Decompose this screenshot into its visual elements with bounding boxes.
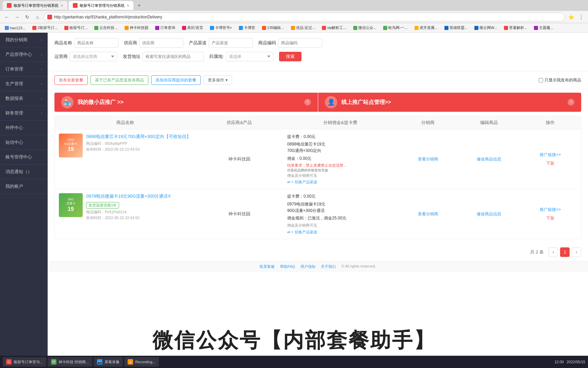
taskbar-item-recording[interactable]: ● Recording... (124, 357, 159, 367)
tab-close-2[interactable]: ✕ (127, 4, 129, 7)
sidebar-item-production-management[interactable]: 生产管理 › (0, 77, 48, 91)
sidebar-item-product-management[interactable]: 产品管理中心 › (0, 47, 48, 62)
bookmark-favicon (94, 26, 98, 30)
bookmark-kabo2[interactable]: 卡博世 (236, 24, 258, 32)
url-box[interactable]: http://gantanhao.vip/91haoka_platform/#/… (44, 13, 565, 21)
bookmark-weiyun[interactable]: 微云网W... (472, 24, 500, 32)
refresh-button[interactable]: ↻ (23, 13, 31, 21)
channel-input[interactable] (209, 38, 253, 48)
bookmark-favicon (291, 26, 295, 30)
bookmark-huya[interactable]: 虎牙直播... (412, 24, 440, 32)
prev-page-button[interactable]: ‹ (549, 247, 558, 257)
tab-bar: 敢探号订单管理与分销系统 ✕ 敢探号订单管理与分销系统 ✕ + (0, 0, 588, 11)
commission-lines-1: 0898电信量芯卡19元 70G通用+30G定向 (287, 141, 325, 154)
operator-select[interactable]: 请选择运营商 (70, 52, 117, 61)
sidebar-item-outbound[interactable]: 外呼中心 (0, 121, 48, 135)
code-input[interactable] (278, 38, 322, 48)
takedown-link-1[interactable]: 下架 (546, 160, 554, 166)
tab-inactive[interactable]: 敢探号订单管理与分销系统 ✕ (3, 1, 67, 10)
bookmark-yunjike[interactable]: 云吉科技... (92, 24, 120, 32)
sidebar-item-data-report[interactable]: 数据报表 › (0, 91, 48, 106)
menu-button[interactable]: ⋮ (577, 13, 585, 21)
takedown-link-2[interactable]: 下架 (546, 215, 554, 221)
edit-product-link-2[interactable]: 修改商品信息 (477, 211, 501, 217)
new-tab-button[interactable]: + (135, 1, 144, 10)
bookmark-weixin[interactable]: 微信公众... (350, 24, 379, 32)
bookmark-hao123[interactable]: hao123... (2, 24, 28, 32)
supplier-input[interactable] (139, 38, 183, 48)
sidebar-item-order-management[interactable]: 订单管理 › (0, 62, 48, 77)
commission-link-1[interactable]: ⇌ = 切换产品渠道 (287, 180, 317, 185)
show-my-products-checkbox-label[interactable]: 只显示我发布的商品 (539, 77, 581, 83)
sidebar-item-my-distribution[interactable]: 我的分销商 › (0, 33, 48, 47)
forward-button[interactable]: → (13, 13, 21, 21)
add-supplier-package-button[interactable]: 添加供应商提供的套餐 (151, 75, 201, 85)
tab-label-2: 敢探号订单管理与分销系统 (80, 3, 125, 8)
home-button[interactable]: ⌂ (33, 13, 42, 21)
taskbar-item-shenjike[interactable]: 神 神卡科技 经销商... (48, 357, 92, 367)
footer-about[interactable]: 关于我们 (321, 264, 336, 269)
bookmark-favicon (262, 26, 266, 30)
tab-close-1[interactable]: ✕ (61, 4, 63, 7)
bookmark-waniao[interactable]: 蛙鸟网-一... (380, 24, 410, 32)
promo-right-help-button[interactable]: ? (568, 99, 574, 106)
bookmark-135[interactable]: 135编辑... (259, 24, 287, 32)
commission-link-2[interactable]: ⇌ = 切换产品渠道 (287, 230, 317, 235)
bookmarks-bar: hao123... 2敢探号订... 敢探号订... 云吉科技... 神卡科技园… (0, 23, 588, 33)
publish-based-existing-button[interactable]: 基于已有产品里道发布商品 (91, 75, 148, 85)
show-my-products-checkbox[interactable] (539, 78, 543, 82)
bookmark-kabo1[interactable]: 卡博世号+ (207, 24, 235, 32)
bookmark-label: 优品-近过... (296, 25, 315, 30)
page-1-button[interactable]: 1 (560, 247, 570, 257)
sidebar-item-sms[interactable]: 短信中心 (0, 135, 48, 150)
bookmark-2gantanhao[interactable]: 2敢探号订... (30, 24, 60, 32)
bookmark-gantanhao[interactable]: 敢探号订... (62, 24, 90, 32)
bookmark-shenkajike[interactable]: 神卡科技园 (122, 24, 151, 32)
bookmark-label: hao123... (10, 26, 26, 30)
td-commission-2: 提卡费：0.00元 0979电信微漏卡19元 90G流量+300分通话 佣金规则… (283, 189, 397, 239)
back-button[interactable]: ← (3, 13, 11, 21)
footer-terms[interactable]: 用户须知 (300, 264, 315, 269)
tab-active[interactable]: 敢探号订单管理与分销系统 ✕ (69, 1, 133, 10)
taskbar-icon-gantanhao: G (6, 359, 12, 365)
bookmark-youpin[interactable]: 优品-近过... (288, 24, 318, 32)
shipping-input[interactable] (143, 52, 204, 61)
extensions-button[interactable]: ⭐ (567, 13, 575, 21)
bookmark-favicon (125, 26, 129, 30)
product-name-link-1[interactable]: 0898电信量芯卡19元70G通用+30G定向【可收短信】 (86, 134, 191, 140)
bookmark-mei[interactable]: 美区/首页 (179, 24, 206, 32)
sidebar-item-finance[interactable]: 财务管理 › (0, 106, 48, 121)
bookmark-theme[interactable]: 主题魔... (531, 24, 556, 32)
edit-product-link-1[interactable]: 修改商品信息 (477, 156, 501, 162)
promote-link-2[interactable]: 推广链接>> (540, 207, 561, 213)
bookmark-hero[interactable]: 英雄联盟... (442, 24, 470, 32)
taskbar-item-screen-record[interactable]: 📷 屏幕录像 (94, 357, 123, 367)
taskbar-item-gantanhao[interactable]: G 敢探号订单管与... (3, 357, 46, 367)
bookmark-order[interactable]: 订单查询 (152, 24, 178, 32)
commission-fee-1: 提卡费：0.00元 (287, 134, 315, 140)
sidebar-item-my-account[interactable]: 我的账户 (0, 179, 48, 194)
sidebar-item-account[interactable]: 账号管理中心 (0, 150, 48, 165)
bookmark-pushu[interactable]: 菩薯解析... (501, 24, 530, 32)
distributor-link-2[interactable]: 查看分销商 (418, 211, 438, 217)
promo-left-panel[interactable]: 🏪 我的微小店推广 >> ? (54, 93, 318, 112)
more-actions-button[interactable]: 更多操作 ▾ (203, 75, 232, 85)
search-button[interactable]: 搜索 (279, 52, 301, 61)
product-code-2: 商品编码：Pn51Ps0114 (86, 210, 191, 215)
shipping-label: 发货地址 (123, 53, 141, 60)
promo-left-help-button[interactable]: ? (304, 99, 311, 106)
promote-link-1[interactable]: 推广链接>> (540, 152, 561, 158)
publish-new-package-button[interactable]: 发布全新套餐 (54, 75, 88, 85)
bookmark-vip[interactable]: vip解析工... (319, 24, 349, 32)
filter-code: 商品编码 (258, 38, 322, 48)
product-name-link-2[interactable]: 0979电信微漏卡19元90G流量+300分通话X (86, 193, 191, 199)
promo-right-panel[interactable]: 👤 线上推广站点管理>> ? (318, 93, 582, 112)
sidebar-label: 订单管理 (5, 66, 23, 72)
footer-contact[interactable]: 联系客服 (260, 264, 275, 269)
region-select[interactable]: 请选择 (226, 52, 274, 61)
sidebar-item-notification[interactable]: 消息通知（） (0, 165, 48, 179)
product-name-input[interactable] (74, 38, 118, 48)
footer-faq[interactable]: 帮助FAQ (280, 264, 295, 269)
distributor-link-1[interactable]: 查看分销商 (418, 156, 438, 162)
next-page-button[interactable]: › (572, 247, 581, 257)
